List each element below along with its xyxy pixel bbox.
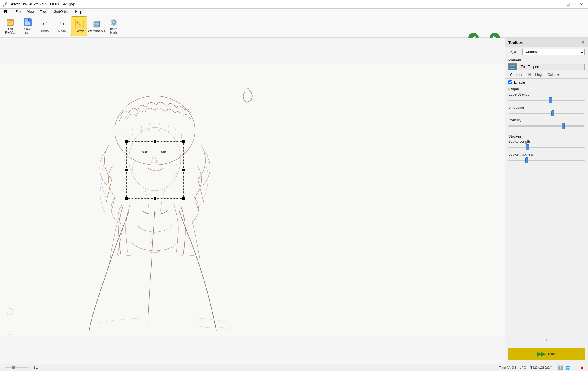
stroke-length-track[interactable] — [508, 147, 585, 148]
format-label: JPG — [520, 366, 526, 369]
status-bar: − + 1:1 Time (s): 3.8 JPG (1920x1280x24)… — [0, 364, 588, 371]
toolbox-panel: Toolbox ✕ Style Realistic Cartoon Pencil… — [505, 38, 588, 364]
toolbox-close-button[interactable]: ✕ — [581, 40, 585, 45]
enable-row: Enable — [505, 79, 588, 86]
title-bar: 🖌️ Sketch Drawer Pro - girl-511883_1920.… — [0, 0, 588, 9]
edge-strength-thumb[interactable] — [549, 97, 552, 103]
presets-select[interactable]: Felt-Tip pen Pencil Charcoal Ink Pen Wat… — [519, 64, 585, 70]
redo-icon: ↪ — [57, 20, 67, 29]
batch-mode-button[interactable]: ⚙️ BatchMode — [106, 16, 122, 36]
redo-button[interactable]: ↪ Redo — [54, 16, 70, 36]
tab-colorize[interactable]: Colorize — [545, 72, 563, 78]
presets-row: Presets — [505, 57, 588, 63]
save-as-label: Saveas... — [24, 28, 31, 34]
edges-label: Edges — [505, 86, 588, 92]
undo-label: Undo — [41, 29, 49, 33]
menu-tools[interactable]: Tools — [37, 9, 51, 15]
sketch-label: Sketch — [74, 29, 84, 33]
intensity-track[interactable] — [508, 125, 585, 127]
strokes-divider — [505, 132, 588, 132]
stroke-length-label: Stroke Length — [508, 140, 585, 144]
maximize-button[interactable]: □ — [562, 0, 575, 9]
tab-hatching[interactable]: Hatching — [525, 72, 545, 78]
minimize-button[interactable]: — — [548, 0, 562, 9]
stroke-thickness-thumb[interactable] — [525, 157, 528, 163]
stroke-thickness-track[interactable] — [508, 160, 585, 161]
menu-bar: File Edit View Tools SoftOrbits Help — [0, 9, 588, 15]
run-button[interactable]: ▶▶ Run — [508, 348, 585, 360]
sketch-canvas[interactable] — [0, 38, 505, 364]
edge-strength-track[interactable] — [508, 100, 585, 101]
toolbox-tabs: Contour Hatching Colorize — [505, 72, 588, 79]
menu-help[interactable]: Help — [72, 9, 85, 15]
zoom-thumb[interactable] — [12, 366, 15, 369]
enable-checkbox[interactable] — [508, 80, 512, 84]
smudging-slider-wrapper — [508, 110, 585, 116]
svg-rect-5 — [25, 22, 30, 25]
facebook-icon-button[interactable]: f — [572, 364, 578, 371]
window-controls: — □ ✕ — [548, 0, 588, 8]
style-select[interactable]: Realistic Cartoon Pencil Ink — [522, 49, 585, 55]
status-info: Time (s): 3.8 JPG (1920x1280x24) — [499, 366, 552, 369]
smudging-row: Smudging — [505, 105, 588, 118]
toolbox-separator: • — [505, 337, 588, 343]
style-row: Style Realistic Cartoon Pencil Ink — [505, 47, 588, 57]
add-files-button[interactable]: 📂 AddFile(s)... — [2, 16, 18, 36]
time-label: Time (s): 3.8 — [499, 366, 517, 369]
status-icons: ℹ️ 🌐 f ▶ — [557, 364, 586, 371]
toolbox-header: Toolbox ✕ — [505, 38, 588, 47]
stroke-length-thumb[interactable] — [526, 144, 529, 150]
zoom-track[interactable] — [5, 367, 28, 368]
svg-rect-9 — [0, 65, 505, 337]
stroke-thickness-slider-wrapper — [508, 157, 585, 163]
batch-mode-icon: ⚙️ — [109, 18, 118, 27]
tab-contour[interactable]: Contour — [507, 72, 525, 78]
style-label: Style — [508, 50, 520, 54]
stroke-thickness-row: Stroke thickness — [505, 152, 588, 165]
undo-button[interactable]: ↩ Undo — [37, 16, 53, 36]
stroke-thickness-label: Stroke thickness — [508, 152, 585, 156]
batch-mode-label: BatchMode — [110, 28, 117, 34]
presets-icon — [508, 63, 517, 70]
add-files-icon: 📂 — [6, 18, 15, 27]
smudging-track[interactable] — [508, 113, 585, 114]
stroke-length-slider-wrapper — [508, 144, 585, 150]
menu-edit[interactable]: Edit — [12, 9, 24, 15]
smudging-label: Smudging — [508, 105, 585, 109]
run-label: Run — [548, 352, 556, 356]
youtube-icon-button[interactable]: ▶ — [579, 364, 586, 371]
intensity-row: Intensity — [505, 118, 588, 131]
main-area: Toolbox ✕ Style Realistic Cartoon Pencil… — [0, 38, 588, 364]
redo-label: Redo — [58, 29, 66, 33]
svg-rect-4 — [25, 19, 29, 22]
zoom-out-icon[interactable]: − — [2, 366, 4, 369]
menu-softorbits[interactable]: SoftOrbits — [51, 9, 72, 15]
svg-point-13 — [163, 151, 165, 153]
intensity-thumb[interactable] — [562, 123, 565, 129]
svg-text:✏️: ✏️ — [76, 21, 83, 27]
save-as-button[interactable]: Saveas... — [20, 16, 36, 36]
dimensions-label: (1920x1280x24) — [529, 366, 552, 369]
svg-rect-6 — [28, 19, 29, 21]
watermarks-button[interactable]: 🔤 Watermarks — [88, 16, 105, 36]
intensity-label: Intensity — [508, 118, 585, 122]
info-icon-button[interactable]: ℹ️ — [557, 364, 563, 371]
strokes-label: Strokes — [505, 133, 588, 139]
menu-view[interactable]: View — [24, 9, 37, 15]
close-button[interactable]: ✕ — [575, 0, 588, 9]
presets-label: Presets — [508, 58, 521, 62]
presets-select-row: Felt-Tip pen Pencil Charcoal Ink Pen Wat… — [505, 63, 588, 72]
toolbar: 📂 AddFile(s)... Saveas... ↩ Undo ↪ Redo … — [0, 15, 588, 38]
sketch-button[interactable]: ✏️ Sketch — [71, 16, 87, 36]
watermarks-label: Watermarks — [88, 29, 105, 33]
zoom-label: 1:1 — [34, 366, 38, 369]
save-icon — [23, 18, 32, 27]
edge-strength-row: Edge Strength — [505, 92, 588, 105]
menu-file[interactable]: File — [1, 9, 12, 15]
app-icon: 🖌️ — [2, 1, 8, 7]
zoom-in-icon[interactable]: + — [29, 366, 31, 369]
canvas-area[interactable] — [0, 38, 505, 364]
globe-icon-button[interactable]: 🌐 — [564, 364, 571, 371]
smudging-thumb[interactable] — [551, 110, 554, 116]
run-arrow-icon: ▶▶ — [537, 351, 546, 357]
